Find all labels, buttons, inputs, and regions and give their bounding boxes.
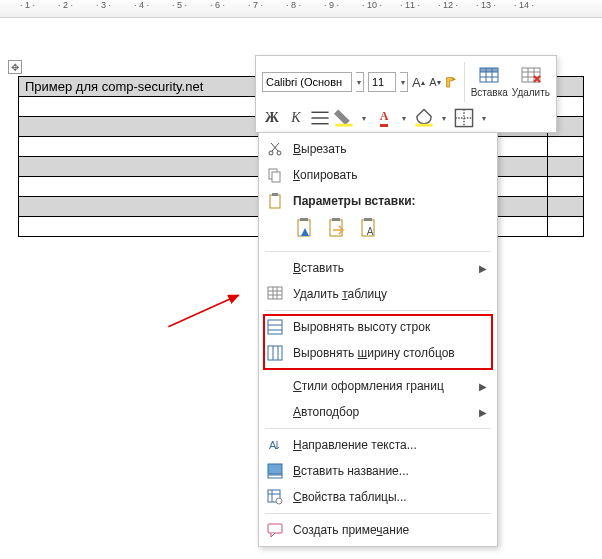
insert-caption-item[interactable]: Вставить название... bbox=[259, 458, 497, 484]
svg-rect-22 bbox=[272, 172, 280, 182]
highlight-color-button[interactable] bbox=[334, 108, 354, 128]
svg-rect-5 bbox=[480, 68, 498, 72]
paste-merge-icon[interactable] bbox=[325, 216, 351, 242]
insert-table-button[interactable]: Вставка bbox=[471, 60, 508, 104]
svg-rect-24 bbox=[272, 193, 278, 196]
svg-rect-50 bbox=[268, 524, 282, 533]
table-properties-icon bbox=[265, 487, 285, 507]
borders-dropdown-icon[interactable]: ▾ bbox=[478, 108, 490, 128]
copy-item[interactable]: Копировать bbox=[259, 162, 497, 188]
scissors-icon bbox=[265, 139, 285, 159]
shrink-font-button[interactable]: A▾ bbox=[429, 72, 442, 92]
svg-text:A: A bbox=[269, 439, 277, 451]
svg-rect-14 bbox=[335, 124, 352, 127]
paste-text-only-icon[interactable]: A bbox=[357, 216, 383, 242]
distribute-columns-icon bbox=[265, 343, 285, 363]
distribute-rows-icon bbox=[265, 317, 285, 337]
svg-rect-45 bbox=[268, 475, 282, 478]
svg-point-49 bbox=[276, 498, 282, 504]
table-properties-item[interactable]: Свойства таблицы... bbox=[259, 484, 497, 510]
border-styles-item[interactable]: Стили оформления границ ▶ bbox=[259, 373, 497, 399]
autofit-item[interactable]: Автоподбор ▶ bbox=[259, 399, 497, 425]
svg-rect-28 bbox=[332, 218, 340, 221]
svg-rect-30 bbox=[364, 218, 372, 221]
red-arrow-annotation bbox=[145, 290, 265, 330]
font-size-input[interactable] bbox=[368, 72, 396, 92]
delete-label: Удалить bbox=[512, 87, 550, 98]
font-color-button[interactable]: A bbox=[374, 108, 394, 128]
bold-button[interactable]: Ж bbox=[262, 108, 282, 128]
text-direction-item[interactable]: A Направление текста... bbox=[259, 432, 497, 458]
chevron-right-icon: ▶ bbox=[479, 407, 487, 418]
svg-rect-15 bbox=[415, 124, 432, 127]
table-move-handle-icon[interactable]: ✥ bbox=[8, 60, 22, 74]
paste-options-row: A bbox=[259, 214, 497, 248]
insert-label: Вставка bbox=[471, 87, 508, 98]
svg-line-51 bbox=[168, 295, 238, 326]
font-name-dropdown-icon[interactable]: ▾ bbox=[356, 72, 364, 92]
delete-table-icon bbox=[265, 284, 285, 304]
cut-item[interactable]: Вырезать bbox=[259, 136, 497, 162]
shading-dropdown-icon[interactable]: ▾ bbox=[438, 108, 450, 128]
svg-rect-23 bbox=[270, 195, 280, 208]
insert-item[interactable]: Вставить ▶ bbox=[259, 255, 497, 281]
mini-toolbar: ▾ ▾ A▴ A▾ Вставка Удалить Ж К ▾ A ▾ bbox=[255, 55, 557, 133]
distribute-rows-item[interactable]: Выровнять высоту строк bbox=[259, 314, 497, 340]
font-size-dropdown-icon[interactable]: ▾ bbox=[400, 72, 408, 92]
align-button[interactable] bbox=[310, 108, 330, 128]
delete-table-item[interactable]: Удалить таблицу bbox=[259, 281, 497, 307]
copy-icon bbox=[265, 165, 285, 185]
svg-rect-32 bbox=[268, 287, 282, 299]
grow-font-button[interactable]: A▴ bbox=[412, 72, 425, 92]
horizontal-ruler: · 1 ·· 2 ·· 3 ·· 4 ·· 5 ·· 6 ·· 7 ·· 8 ·… bbox=[0, 0, 602, 18]
clipboard-icon bbox=[265, 191, 285, 211]
svg-rect-26 bbox=[300, 218, 308, 221]
chevron-right-icon: ▶ bbox=[479, 381, 487, 392]
distribute-columns-item[interactable]: Выровнять ширину столбцов bbox=[259, 340, 497, 366]
paste-keep-formatting-icon[interactable] bbox=[293, 216, 319, 242]
format-painter-icon[interactable] bbox=[445, 72, 458, 92]
svg-rect-37 bbox=[268, 320, 282, 334]
svg-rect-44 bbox=[268, 464, 282, 474]
highlight-dropdown-icon[interactable]: ▾ bbox=[358, 108, 370, 128]
new-comment-item[interactable]: Создать примечание bbox=[259, 517, 497, 543]
italic-button[interactable]: К bbox=[286, 108, 306, 128]
caption-icon bbox=[265, 461, 285, 481]
context-menu: Вырезать Копировать Параметры вставки: A… bbox=[258, 132, 498, 547]
svg-point-19 bbox=[269, 151, 273, 155]
text-direction-icon: A bbox=[265, 435, 285, 455]
paste-options-header: Параметры вставки: bbox=[259, 188, 497, 214]
svg-text:A: A bbox=[367, 226, 374, 237]
svg-point-20 bbox=[277, 151, 281, 155]
svg-rect-40 bbox=[268, 346, 282, 360]
font-name-input[interactable] bbox=[262, 72, 352, 92]
comment-icon bbox=[265, 520, 285, 540]
font-color-dropdown-icon[interactable]: ▾ bbox=[398, 108, 410, 128]
shading-button[interactable] bbox=[414, 108, 434, 128]
borders-button[interactable] bbox=[454, 108, 474, 128]
delete-table-button[interactable]: Удалить bbox=[512, 60, 550, 104]
chevron-right-icon: ▶ bbox=[479, 263, 487, 274]
